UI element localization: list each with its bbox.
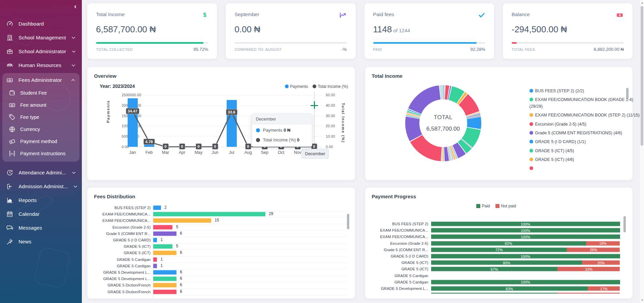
donut-legend-item[interactable]: GRADE 5 (I D CARD) (1/1) [529,139,644,145]
bar-value-label: 1 [160,263,163,268]
point-label[interactable]: 34.47 [126,108,139,114]
progress-scrollbar[interactable] [623,216,626,232]
bar-value-label: 29 [269,212,273,216]
point-label[interactable]: 0 [179,143,185,149]
fees-bar-grade-5-comm-ent-r[interactable] [153,231,176,236]
paid-segment-exam-fee-communica[interactable]: 100% [431,228,620,233]
total-income-card: Total Income TOTAL 6,587,700.00 BUS FEES… [365,67,633,180]
donut-legend-item[interactable]: Excursion (Grade 2-5) (4/5) [529,121,644,128]
row-label: GRADE 5 (ICT) [87,244,151,248]
donut-legend-item[interactable] [529,165,644,172]
right-axis-tick: 10.00 [326,134,335,138]
not-paid-segment-grade-5-development-l[interactable]: 33% [557,293,620,294]
payments-bar-jan[interactable] [128,98,138,147]
fees-bar-excursion-grade-2-5[interactable] [153,225,172,229]
sidebar-item-school-management[interactable]: School Management [0,31,82,44]
overview-card: Overview Year: 2023/2024 Payments Total … [87,67,355,180]
scrollbar-down-icon[interactable]: ▼ [641,299,644,302]
not-paid-percent-label: 28% [590,248,597,252]
fees-bar-exam-fee-communica[interactable] [153,218,211,223]
paid-segment-grade-5-ict[interactable]: 80% [431,261,582,265]
fees-bar-bus-fees-step-2[interactable] [153,206,161,210]
not-paid-segment-grade-5-development-l[interactable]: 17% [588,287,620,291]
paid-percent-label: 100% [521,254,530,258]
sidebar-item-attendance-admini[interactable]: Attendance Admini... [0,166,82,179]
paid-segment-grade-5-ict[interactable]: 67% [431,267,558,271]
sidebar-item-student-fee[interactable]: Student Fee [2,87,79,99]
sidebar-item-admission-administ[interactable]: Admission Administ... [0,179,82,193]
point-label[interactable]: 0 [245,143,251,149]
row-gridline [153,237,347,237]
paid-percent-label: 82% [505,241,512,245]
point-label[interactable]: 0 [195,143,201,149]
sidebar-item-payment-method[interactable]: Payment method [2,135,79,147]
payment-progress-chart[interactable]: BUS FEES (STEP 2)100%EXAM FEE/COMMUNICA.… [365,188,633,294]
sidebar-item-messages[interactable]: Messages [0,221,82,235]
paid-segment-bus-fees-step-2[interactable]: 100% [431,222,620,226]
sidebar-item-school-administrator[interactable]: School Administrator [0,44,82,58]
sidebar-item-label: Fee amount [20,102,46,108]
sidebar-item-currency[interactable]: Currency [2,123,79,135]
legend-scrollbar[interactable] [626,88,629,99]
sidebar-item-news[interactable]: News [0,235,82,248]
point-label[interactable]: 4.78 [143,139,155,145]
tooltip-row-text: Payments 0 ₦ [263,128,291,133]
not-paid-segment-excursion-grade-2-5[interactable]: 18% [586,241,620,245]
scrollbar-thumb[interactable] [641,6,643,146]
fees-bar-exam-fee-communica[interactable] [153,212,265,216]
not-paid-segment-grade-5-comm-ent-r[interactable]: 28% [567,247,620,252]
total-income-donut[interactable]: TOTAL 6,587,700.00 [404,84,483,163]
page-scrollbar[interactable]: ▲ ▼ [640,0,644,303]
point-label[interactable]: 0 [212,143,218,149]
fees-bar-grade-5-development-l[interactable] [153,277,176,281]
paid-segment-grade-5-i-d-card[interactable]: 100% [431,254,620,259]
fees-bar-grade-5-diction-french[interactable] [153,290,176,294]
trend-icon [339,11,347,19]
fees-distribution-chart[interactable]: BUS FEES (STEP 2)2EXAM FEE/COMMUNICA...2… [87,188,355,299]
sidebar-item-fee-amount[interactable]: Fee amount [2,99,79,111]
row-gridline [431,233,620,234]
donut-legend-item[interactable]: EXAM FEE/COMMUNICATION BOOK (STEP 2) (11… [529,112,644,119]
sidebar-item-fee-type[interactable]: Fee type [2,111,79,123]
paid-segment-grade-5-development-l[interactable]: 83% [431,287,588,291]
fees-bar-grade-5-i-d-card[interactable] [153,238,157,242]
sidebar-item-calendar[interactable]: Calendar [0,207,82,221]
paid-segment-grade-5-comm-ent-r[interactable]: 72% [431,247,567,252]
fee-amount-icon [8,101,16,109]
point-label[interactable]: 0 [162,143,168,149]
paid-segment-exam-fee-communica[interactable]: 100% [431,235,620,239]
fees-bar-grade-5-cardigan[interactable] [153,264,157,268]
sidebar-item-human-resources[interactable]: Human Resources [0,58,82,72]
overview-chart[interactable]: 2500000.0050.002000000.0040.001500000.00… [94,90,348,166]
sidebar-item-dashboard[interactable]: Dashboard [0,17,82,31]
legend-dot [529,131,533,135]
fees-bar-grade-5-ict[interactable] [153,244,172,249]
row-gridline [431,227,620,227]
fees-bar-grade-5-ict[interactable] [153,251,176,255]
legend-item-total-income[interactable]: Total Income (%) [313,84,348,89]
sidebar-item-payment-instructions[interactable]: 012Payment instructions [2,147,79,160]
fees-bar-grade-5-cardigan[interactable] [153,257,157,262]
stat-progress-track [373,42,485,44]
donut-legend-item[interactable]: Grade 5 (COMM ENT REGISTRATIONS) (4/6) [529,130,644,136]
tooltip-series-dot [256,138,260,142]
donut-legend-item[interactable]: GRADE 5 (ICT) (4/5) [529,148,644,154]
sidebar-item-reports[interactable]: Reports [0,193,82,207]
row-label: EXAM FEE/COMMUNICA... [87,218,151,223]
paid-segment-grade-5-cardigan[interactable]: 100% [431,280,620,284]
fees-scrollbar[interactable] [347,214,349,229]
paid-segment-excursion-grade-2-5[interactable]: 82% [431,241,586,245]
point-label[interactable]: 33.6 [226,109,237,115]
scrollbar-up-icon[interactable]: ▲ [641,1,644,4]
paid-segment-grade-5-development-l[interactable]: 67% [431,293,558,294]
payments-bar-jul[interactable] [227,100,237,147]
sidebar-item-fees-administrator[interactable]: Fees Administrator [2,73,79,87]
row-label: Grade 5 (COMM ENT R... [87,232,151,236]
donut-legend-item[interactable]: GRADE 5 (ICT) (4/6) [529,157,644,163]
fees-bar-grade-5-diction-french[interactable] [153,283,176,288]
fees-bar-grade-5-development-l[interactable] [153,270,176,275]
legend-item-payments[interactable]: Payments [285,84,308,89]
x-axis-label-jun: Jun [212,150,218,155]
not-paid-segment-grade-5-ict[interactable]: 33% [557,267,620,271]
not-paid-segment-grade-5-ict[interactable]: 20% [582,261,620,265]
